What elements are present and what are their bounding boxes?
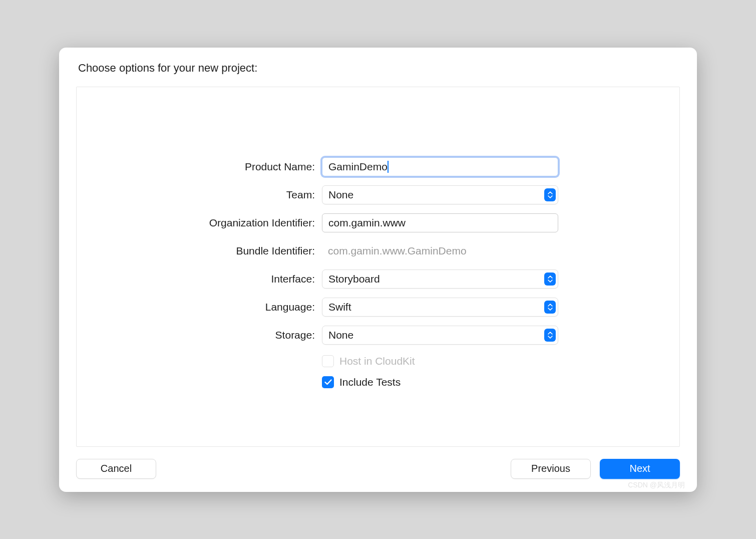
dialog-title: Choose options for your new project:: [76, 62, 680, 75]
check-icon: [324, 379, 332, 385]
product-name-row: Product Name: GaminDemo: [97, 157, 659, 176]
host-cloudkit-checkbox: [322, 355, 334, 367]
watermark: CSDN @风浅月明: [628, 481, 685, 490]
previous-button[interactable]: Previous: [511, 459, 591, 479]
chevron-up-down-icon: [544, 273, 556, 286]
org-identifier-row: Organization Identifier:: [97, 213, 659, 232]
bundle-identifier-row: Bundle Identifier: com.gamin.www.GaminDe…: [97, 241, 659, 260]
bundle-identifier-value: com.gamin.www.GaminDemo: [322, 241, 558, 260]
chevron-up-down-icon: [544, 301, 556, 314]
org-identifier-input[interactable]: [322, 213, 558, 232]
team-row: Team: None: [97, 185, 659, 204]
storage-select-value: None: [328, 329, 353, 341]
team-select-value: None: [328, 189, 353, 201]
new-project-options-dialog: Choose options for your new project: Pro…: [59, 48, 697, 492]
language-row: Language: Swift: [97, 298, 659, 317]
storage-select[interactable]: None: [322, 326, 558, 345]
cancel-button[interactable]: Cancel: [76, 459, 156, 479]
interface-select-value: Storyboard: [328, 273, 380, 285]
product-name-label: Product Name:: [97, 161, 322, 173]
form-panel: Product Name: GaminDemo Team: None: [76, 87, 680, 447]
host-cloudkit-row: Host in CloudKit: [97, 354, 659, 375]
team-label: Team:: [97, 189, 322, 201]
chevron-up-down-icon: [544, 188, 556, 201]
language-label: Language:: [97, 301, 322, 313]
interface-select[interactable]: Storyboard: [322, 270, 558, 289]
interface-label: Interface:: [97, 273, 322, 285]
team-select[interactable]: None: [322, 185, 558, 204]
storage-label: Storage:: [97, 329, 322, 341]
interface-row: Interface: Storyboard: [97, 270, 659, 289]
chevron-up-down-icon: [544, 329, 556, 342]
bundle-identifier-label: Bundle Identifier:: [97, 245, 322, 257]
host-cloudkit-label: Host in CloudKit: [339, 355, 415, 367]
include-tests-label: Include Tests: [339, 376, 401, 388]
language-select[interactable]: Swift: [322, 298, 558, 317]
storage-row: Storage: None: [97, 326, 659, 345]
next-button[interactable]: Next: [600, 459, 680, 479]
button-bar: Cancel Previous Next: [76, 459, 680, 479]
product-name-input[interactable]: GaminDemo: [322, 157, 558, 176]
language-select-value: Swift: [328, 301, 351, 313]
include-tests-row: Include Tests: [97, 375, 659, 396]
org-identifier-label: Organization Identifier:: [97, 217, 322, 229]
include-tests-checkbox[interactable]: [322, 376, 334, 388]
